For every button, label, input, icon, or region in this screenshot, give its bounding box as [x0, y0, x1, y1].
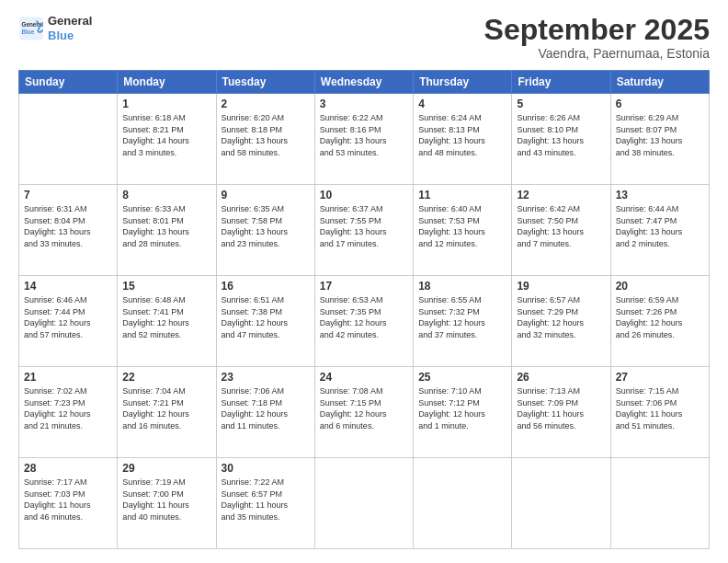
logo-text: General Blue — [48, 14, 92, 42]
calendar-table: SundayMondayTuesdayWednesdayThursdayFrid… — [18, 70, 710, 549]
day-info: Sunrise: 6:29 AM Sunset: 8:07 PM Dayligh… — [616, 112, 704, 158]
day-info: Sunrise: 6:35 AM Sunset: 7:58 PM Dayligh… — [222, 203, 310, 249]
day-number: 6 — [616, 98, 704, 110]
month-title: September 2025 — [484, 14, 710, 46]
calendar-header-saturday: Saturday — [610, 71, 709, 94]
calendar-week-4: 21Sunrise: 7:02 AM Sunset: 7:23 PM Dayli… — [19, 367, 710, 458]
location-subtitle: Vaendra, Paernumaa, Estonia — [484, 46, 710, 61]
calendar-cell — [19, 94, 118, 185]
day-number: 27 — [616, 371, 704, 384]
day-info: Sunrise: 6:22 AM Sunset: 8:16 PM Dayligh… — [320, 112, 408, 158]
day-info: Sunrise: 6:33 AM Sunset: 8:01 PM Dayligh… — [122, 203, 210, 249]
day-info: Sunrise: 6:46 AM Sunset: 7:44 PM Dayligh… — [24, 294, 112, 340]
calendar-cell — [512, 458, 610, 549]
calendar-header-tuesday: Tuesday — [216, 71, 314, 94]
calendar-cell: 21Sunrise: 7:02 AM Sunset: 7:23 PM Dayli… — [19, 367, 118, 458]
calendar-week-5: 28Sunrise: 7:17 AM Sunset: 7:03 PM Dayli… — [19, 458, 710, 549]
day-number: 24 — [320, 371, 408, 384]
calendar-cell: 1Sunrise: 6:18 AM Sunset: 8:21 PM Daylig… — [118, 94, 216, 185]
calendar-cell: 13Sunrise: 6:44 AM Sunset: 7:47 PM Dayli… — [610, 185, 709, 276]
day-number: 11 — [418, 189, 506, 201]
day-number: 20 — [616, 280, 704, 293]
day-number: 8 — [122, 189, 210, 201]
calendar-cell: 2Sunrise: 6:20 AM Sunset: 8:18 PM Daylig… — [216, 94, 314, 185]
calendar-cell: 17Sunrise: 6:53 AM Sunset: 7:35 PM Dayli… — [314, 276, 413, 367]
day-number: 3 — [320, 98, 408, 110]
day-number: 19 — [517, 280, 605, 293]
day-number: 15 — [122, 280, 210, 293]
day-number: 12 — [517, 189, 605, 201]
day-info: Sunrise: 6:53 AM Sunset: 7:35 PM Dayligh… — [320, 294, 408, 340]
day-number: 7 — [24, 189, 112, 201]
day-number: 29 — [122, 462, 210, 475]
calendar-cell — [610, 458, 709, 549]
calendar-header-monday: Monday — [118, 71, 216, 94]
logo: General Blue General Blue — [18, 14, 92, 42]
day-info: Sunrise: 7:15 AM Sunset: 7:06 PM Dayligh… — [616, 385, 704, 431]
calendar-cell — [414, 458, 512, 549]
calendar-cell: 10Sunrise: 6:37 AM Sunset: 7:55 PM Dayli… — [314, 185, 413, 276]
day-info: Sunrise: 7:19 AM Sunset: 7:00 PM Dayligh… — [122, 477, 210, 523]
calendar-cell: 30Sunrise: 7:22 AM Sunset: 6:57 PM Dayli… — [216, 458, 314, 549]
day-info: Sunrise: 6:51 AM Sunset: 7:38 PM Dayligh… — [222, 294, 310, 340]
day-number: 25 — [418, 371, 506, 384]
calendar-week-1: 1Sunrise: 6:18 AM Sunset: 8:21 PM Daylig… — [19, 94, 710, 185]
day-info: Sunrise: 7:17 AM Sunset: 7:03 PM Dayligh… — [24, 477, 112, 523]
calendar-cell: 9Sunrise: 6:35 AM Sunset: 7:58 PM Daylig… — [216, 185, 314, 276]
calendar-header-thursday: Thursday — [414, 71, 512, 94]
calendar-cell: 3Sunrise: 6:22 AM Sunset: 8:16 PM Daylig… — [314, 94, 413, 185]
calendar-cell: 11Sunrise: 6:40 AM Sunset: 7:53 PM Dayli… — [414, 185, 512, 276]
day-info: Sunrise: 7:04 AM Sunset: 7:21 PM Dayligh… — [122, 385, 210, 431]
day-number: 2 — [222, 98, 310, 110]
header: General Blue General Blue September 2025… — [18, 14, 710, 61]
day-info: Sunrise: 7:13 AM Sunset: 7:09 PM Dayligh… — [517, 385, 605, 431]
day-number: 23 — [222, 371, 310, 384]
day-number: 16 — [222, 280, 310, 293]
calendar-cell: 4Sunrise: 6:24 AM Sunset: 8:13 PM Daylig… — [414, 94, 512, 185]
calendar-cell: 28Sunrise: 7:17 AM Sunset: 7:03 PM Dayli… — [19, 458, 118, 549]
calendar-header-row: SundayMondayTuesdayWednesdayThursdayFrid… — [19, 71, 710, 94]
day-info: Sunrise: 6:40 AM Sunset: 7:53 PM Dayligh… — [418, 203, 506, 249]
calendar-header-friday: Friday — [512, 71, 610, 94]
day-number: 13 — [616, 189, 704, 201]
calendar-cell: 24Sunrise: 7:08 AM Sunset: 7:15 PM Dayli… — [314, 367, 413, 458]
day-number: 1 — [122, 98, 210, 110]
day-number: 14 — [24, 280, 112, 293]
day-info: Sunrise: 7:06 AM Sunset: 7:18 PM Dayligh… — [222, 385, 310, 431]
day-info: Sunrise: 6:48 AM Sunset: 7:41 PM Dayligh… — [122, 294, 210, 340]
day-number: 17 — [320, 280, 408, 293]
calendar-cell: 5Sunrise: 6:26 AM Sunset: 8:10 PM Daylig… — [512, 94, 610, 185]
day-info: Sunrise: 6:24 AM Sunset: 8:13 PM Dayligh… — [418, 112, 506, 158]
calendar-cell: 14Sunrise: 6:46 AM Sunset: 7:44 PM Dayli… — [19, 276, 118, 367]
day-info: Sunrise: 6:20 AM Sunset: 8:18 PM Dayligh… — [222, 112, 310, 158]
calendar-cell: 22Sunrise: 7:04 AM Sunset: 7:21 PM Dayli… — [118, 367, 216, 458]
calendar-cell: 6Sunrise: 6:29 AM Sunset: 8:07 PM Daylig… — [610, 94, 709, 185]
calendar-week-3: 14Sunrise: 6:46 AM Sunset: 7:44 PM Dayli… — [19, 276, 710, 367]
day-number: 5 — [517, 98, 605, 110]
day-number: 28 — [24, 462, 112, 475]
calendar-cell: 20Sunrise: 6:59 AM Sunset: 7:26 PM Dayli… — [610, 276, 709, 367]
day-info: Sunrise: 6:55 AM Sunset: 7:32 PM Dayligh… — [418, 294, 506, 340]
calendar-cell: 27Sunrise: 7:15 AM Sunset: 7:06 PM Dayli… — [610, 367, 709, 458]
day-info: Sunrise: 6:31 AM Sunset: 8:04 PM Dayligh… — [24, 203, 112, 249]
day-info: Sunrise: 7:08 AM Sunset: 7:15 PM Dayligh… — [320, 385, 408, 431]
svg-text:Blue: Blue — [22, 28, 35, 34]
day-info: Sunrise: 6:59 AM Sunset: 7:26 PM Dayligh… — [616, 294, 704, 340]
day-info: Sunrise: 7:10 AM Sunset: 7:12 PM Dayligh… — [418, 385, 506, 431]
day-info: Sunrise: 7:22 AM Sunset: 6:57 PM Dayligh… — [222, 477, 310, 523]
calendar-cell: 25Sunrise: 7:10 AM Sunset: 7:12 PM Dayli… — [414, 367, 512, 458]
day-number: 30 — [222, 462, 310, 475]
page: General Blue General Blue September 2025… — [0, 0, 728, 563]
calendar-cell: 12Sunrise: 6:42 AM Sunset: 7:50 PM Dayli… — [512, 185, 610, 276]
calendar-cell: 7Sunrise: 6:31 AM Sunset: 8:04 PM Daylig… — [19, 185, 118, 276]
day-number: 4 — [418, 98, 506, 110]
day-info: Sunrise: 7:02 AM Sunset: 7:23 PM Dayligh… — [24, 385, 112, 431]
day-info: Sunrise: 6:42 AM Sunset: 7:50 PM Dayligh… — [517, 203, 605, 249]
title-block: September 2025 Vaendra, Paernumaa, Eston… — [484, 14, 710, 61]
day-number: 10 — [320, 189, 408, 201]
day-number: 18 — [418, 280, 506, 293]
calendar-cell: 29Sunrise: 7:19 AM Sunset: 7:00 PM Dayli… — [118, 458, 216, 549]
day-number: 26 — [517, 371, 605, 384]
calendar-week-2: 7Sunrise: 6:31 AM Sunset: 8:04 PM Daylig… — [19, 185, 710, 276]
calendar-header-sunday: Sunday — [19, 71, 118, 94]
